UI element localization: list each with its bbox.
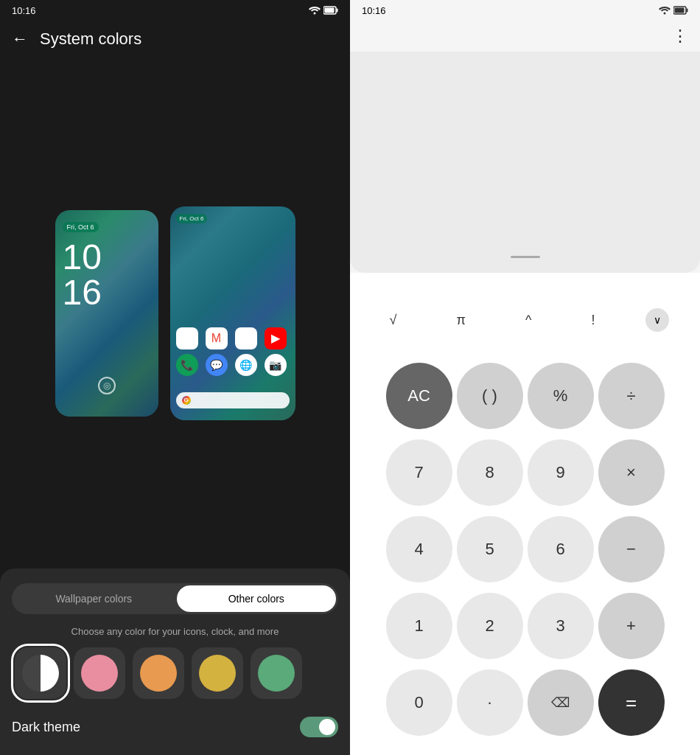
lock-screen-preview: Fri, Oct 6 10 16 ◎ [55, 210, 158, 417]
dark-theme-toggle[interactable] [300, 717, 338, 737]
swatch-pink[interactable] [74, 647, 125, 699]
svg-point-0 [314, 13, 316, 15]
svg-rect-2 [337, 9, 338, 13]
other-colors-tab[interactable]: Other colors [177, 585, 337, 612]
zero-button[interactable]: 0 [386, 669, 452, 736]
decimal-button[interactable]: · [457, 669, 523, 736]
status-icons-left [309, 6, 338, 15]
green-swatch [258, 655, 295, 692]
toggle-thumb [319, 719, 335, 735]
bottom-controls: Wallpaper colors Other colors Choose any… [0, 568, 350, 755]
equals-button[interactable]: = [598, 669, 665, 736]
bw-swatch [22, 655, 59, 692]
two-button[interactable]: 2 [457, 593, 523, 659]
sqrt-button[interactable]: √ [381, 307, 406, 334]
preview-area: Fri, Oct 6 10 16 ◎ Fri, Oct 6 ▶ M ✿ ▶ 📞 … [0, 58, 350, 568]
right-panel: 10:16 ⋮ √ π ^ ! ∨ [350, 0, 700, 755]
seven-button[interactable]: 7 [386, 439, 452, 506]
factorial-button[interactable]: ! [582, 307, 603, 334]
status-bar-right: 10:16 [350, 0, 700, 21]
chrome-icon: 🌐 [235, 354, 257, 376]
calc-header: ⋮ [350, 21, 700, 52]
calc-row-4: 1 2 3 + [356, 593, 694, 667]
color-subtitle: Choose any color for your icons, clock, … [12, 626, 338, 637]
six-button[interactable]: 6 [528, 516, 594, 582]
svg-rect-7 [675, 8, 685, 13]
func-row: √ π ^ ! ∨ [356, 280, 694, 360]
calc-separator [511, 256, 540, 258]
home-search-bar: G [176, 392, 290, 408]
pi-button[interactable]: π [447, 307, 474, 334]
subtract-button[interactable]: − [598, 516, 665, 582]
camera-icon: 📷 [265, 354, 287, 376]
play-store-icon: ▶ [176, 327, 198, 349]
home-screen-preview: Fri, Oct 6 ▶ M ✿ ▶ 📞 💬 🌐 📷 G [170, 206, 295, 420]
home-screen-bg: Fri, Oct 6 ▶ M ✿ ▶ 📞 💬 🌐 📷 G [170, 206, 295, 420]
time-right: 10:16 [362, 5, 386, 16]
home-date: Fri, Oct 6 [176, 214, 208, 223]
pink-swatch [81, 655, 118, 692]
battery-icon-right [673, 6, 688, 15]
status-bar-left: 10:16 [0, 0, 350, 21]
add-button[interactable]: + [598, 593, 665, 659]
swatch-yellow[interactable] [192, 647, 243, 699]
divide-button[interactable]: ÷ [598, 363, 665, 429]
phone-icon: 📞 [176, 354, 198, 376]
multiply-button[interactable]: × [598, 439, 665, 506]
battery-icon [323, 6, 338, 15]
home-apps-grid: ▶ M ✿ ▶ 📞 💬 🌐 📷 [176, 327, 290, 376]
nine-button[interactable]: 9 [528, 439, 594, 506]
calc-row-3: 4 5 6 − [356, 516, 694, 590]
calc-row-5: 0 · ⌫ = [356, 669, 694, 743]
dark-theme-label: Dark theme [12, 720, 80, 735]
status-icons-right [659, 6, 688, 15]
percent-button[interactable]: % [528, 363, 594, 429]
wifi-icon [309, 6, 321, 15]
calc-row-1: AC ( ) % ÷ [356, 363, 694, 436]
power-button[interactable]: ^ [517, 307, 540, 334]
swatch-green[interactable] [251, 647, 302, 699]
yellow-swatch [199, 655, 236, 692]
swatch-orange[interactable] [133, 647, 184, 699]
chevron-down-button[interactable]: ∨ [645, 308, 669, 332]
chevron-icon: ∨ [654, 314, 661, 326]
eight-button[interactable]: 8 [457, 439, 523, 506]
more-button[interactable]: ⋮ [672, 27, 688, 46]
calc-row-2: 7 8 9 × [356, 439, 694, 513]
dark-theme-row: Dark theme [12, 714, 338, 740]
svg-rect-6 [687, 9, 688, 13]
left-panel: 10:16 ← System colors Fri, Oct 6 10 [0, 0, 350, 755]
time-left: 10:16 [12, 5, 36, 16]
svg-point-4 [664, 13, 666, 15]
messages-icon: 💬 [206, 354, 228, 376]
four-button[interactable]: 4 [386, 516, 452, 582]
page-title: System colors [40, 29, 141, 49]
calc-display [350, 52, 700, 273]
wifi-icon-right [659, 6, 671, 15]
wallpaper-colors-tab[interactable]: Wallpaper colors [14, 585, 174, 612]
gmail-icon: M [206, 327, 228, 349]
five-button[interactable]: 5 [457, 516, 523, 582]
lock-time: 10 16 [63, 240, 102, 310]
lock-screen-bg: Fri, Oct 6 10 16 ◎ [55, 210, 158, 417]
calc-buttons-area: √ π ^ ! ∨ AC ( ) % ÷ 7 8 9 × 4 5 6 − [350, 273, 700, 755]
fingerprint-icon: ◎ [98, 377, 116, 394]
lock-date: Fri, Oct 6 [63, 222, 99, 232]
orange-swatch [140, 655, 177, 692]
ac-button[interactable]: AC [386, 363, 452, 429]
photos-icon: ✿ [235, 327, 257, 349]
google-logo: G [182, 396, 191, 405]
youtube-icon: ▶ [265, 327, 287, 349]
swatch-bw[interactable] [15, 647, 66, 699]
svg-rect-3 [325, 8, 335, 13]
top-bar: ← System colors [0, 21, 350, 58]
tab-switcher: Wallpaper colors Other colors [12, 583, 338, 614]
three-button[interactable]: 3 [528, 593, 594, 659]
parens-button[interactable]: ( ) [457, 363, 523, 429]
color-swatches [12, 647, 338, 699]
one-button[interactable]: 1 [386, 593, 452, 659]
back-button[interactable]: ← [12, 29, 28, 49]
backspace-button[interactable]: ⌫ [528, 669, 594, 736]
